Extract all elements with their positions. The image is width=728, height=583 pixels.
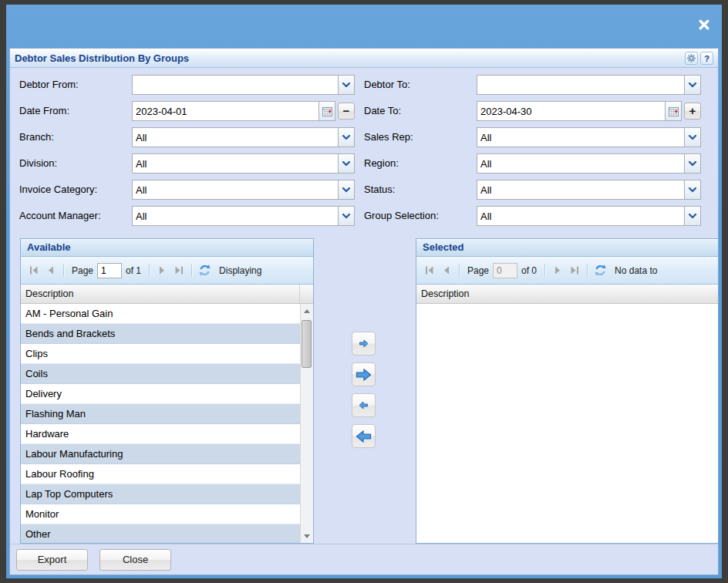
form-row-debtor: Debtor From: Debtor To: — [12, 75, 718, 95]
list-item[interactable]: Lap Top Computers — [21, 484, 300, 504]
scroll-down-icon — [304, 534, 310, 538]
available-scrollbar[interactable] — [300, 304, 313, 543]
date-to-label: Date To: — [355, 101, 477, 121]
scroll-up-icon — [304, 309, 310, 313]
selected-status-text: No data to — [615, 265, 657, 276]
region-input[interactable] — [477, 154, 684, 173]
close-icon — [698, 19, 710, 31]
scroll-down-button[interactable] — [301, 530, 313, 542]
remove-selected-button[interactable] — [352, 393, 376, 417]
page-of-label: of 0 — [521, 265, 537, 276]
settings-button[interactable] — [685, 52, 698, 65]
list-item[interactable]: Flashing Man — [21, 404, 300, 424]
status-dropdown-trigger[interactable] — [684, 180, 700, 199]
list-item[interactable]: Clips — [21, 344, 300, 364]
date-from-field — [132, 101, 335, 121]
selected-grid-header: Description — [416, 285, 719, 304]
next-page-button[interactable] — [153, 262, 170, 279]
list-item[interactable]: AM - Personal Gain — [21, 304, 300, 324]
description-column-header[interactable]: Description — [416, 285, 719, 303]
refresh-button[interactable] — [592, 262, 608, 279]
last-page-button[interactable] — [170, 262, 187, 279]
remove-all-button[interactable] — [352, 424, 376, 448]
scroll-up-button[interactable] — [301, 305, 313, 317]
date-from-decrement-button[interactable]: − — [338, 103, 355, 120]
export-button[interactable]: Export — [16, 549, 88, 571]
scrollbar-thumb[interactable] — [302, 320, 312, 368]
arrow-left-small-icon — [359, 401, 369, 409]
date-to-input[interactable] — [477, 102, 665, 120]
date-from-calendar-trigger[interactable] — [318, 102, 335, 120]
form-row-division-region: Division: Region: — [12, 153, 718, 174]
chevron-down-icon — [342, 214, 350, 219]
debtor-to-label: Debtor To: — [355, 75, 477, 95]
invoice-category-input[interactable] — [133, 180, 338, 199]
region-dropdown-trigger[interactable] — [684, 154, 700, 173]
page-label: Page — [72, 265, 93, 276]
list-item[interactable]: Coils — [21, 364, 300, 384]
group-selection-input[interactable] — [477, 207, 684, 225]
screen: Debtor Sales Distribution By Groups ? — [0, 0, 728, 583]
division-dropdown-trigger[interactable] — [338, 154, 354, 173]
list-item[interactable]: Hardware — [21, 424, 300, 444]
region-combobox — [477, 153, 701, 174]
close-button[interactable]: Close — [99, 549, 171, 571]
header-tools: ? — [685, 52, 713, 65]
list-item[interactable]: Labour Roofing — [21, 464, 300, 484]
debtor-from-combobox — [132, 75, 355, 95]
dialog-footer: Export Close — [10, 544, 718, 575]
sales-rep-dropdown-trigger[interactable] — [684, 128, 700, 147]
account-manager-dropdown-trigger[interactable] — [338, 207, 354, 225]
debtor-to-dropdown-trigger[interactable] — [684, 76, 700, 94]
calendar-icon — [669, 106, 679, 116]
chevron-down-icon — [342, 161, 350, 167]
chevron-down-icon — [689, 187, 696, 193]
refresh-button[interactable] — [196, 262, 213, 279]
sales-rep-input[interactable] — [477, 128, 684, 147]
list-item[interactable]: Monitor — [21, 504, 300, 524]
group-selection-dropdown-trigger[interactable] — [684, 207, 700, 225]
list-item[interactable]: Other — [21, 524, 300, 543]
prev-page-button[interactable] — [42, 262, 59, 279]
date-to-increment-button[interactable]: + — [684, 103, 701, 120]
refresh-icon — [594, 264, 607, 277]
list-item[interactable]: Labour Manufacturing — [21, 444, 300, 464]
available-page-input[interactable] — [97, 263, 122, 278]
division-input[interactable] — [133, 154, 338, 173]
last-page-icon — [569, 265, 580, 275]
first-page-icon — [424, 265, 435, 275]
first-page-button[interactable] — [421, 262, 438, 279]
list-item[interactable]: Delivery — [21, 384, 300, 404]
list-item[interactable]: Bends and Brackets — [21, 324, 300, 344]
status-input[interactable] — [477, 180, 684, 199]
add-all-button[interactable] — [352, 362, 376, 386]
form-row-branch-salesrep: Branch: Sales Rep: — [12, 127, 718, 147]
status-combobox — [477, 180, 701, 200]
debtor-from-dropdown-trigger[interactable] — [338, 76, 354, 94]
debtor-from-label: Debtor From: — [12, 75, 132, 95]
add-selected-button[interactable] — [352, 332, 376, 356]
selected-page-input[interactable] — [493, 263, 517, 278]
last-page-button[interactable] — [566, 262, 583, 279]
account-manager-input[interactable] — [133, 207, 338, 225]
toolbar-separator — [544, 264, 545, 277]
date-to-calendar-trigger[interactable] — [665, 102, 681, 120]
sales-rep-combobox — [477, 127, 701, 147]
debtor-from-input[interactable] — [133, 76, 338, 94]
prev-page-button[interactable] — [438, 262, 455, 279]
gear-icon — [686, 53, 696, 63]
description-column-header[interactable]: Description — [21, 285, 300, 303]
invoice-category-label: Invoice Category: — [12, 180, 132, 200]
branch-dropdown-trigger[interactable] — [338, 128, 354, 147]
chevron-down-icon — [342, 135, 350, 140]
branch-input[interactable] — [133, 128, 338, 147]
toolbar-separator — [587, 264, 588, 277]
dialog-header: Debtor Sales Distribution By Groups ? — [10, 49, 718, 68]
first-page-button[interactable] — [25, 262, 42, 279]
next-page-button[interactable] — [549, 262, 566, 279]
help-button[interactable]: ? — [700, 52, 713, 65]
date-from-input[interactable] — [133, 102, 318, 120]
window-close-button[interactable] — [696, 16, 713, 33]
debtor-to-input[interactable] — [477, 76, 684, 94]
invoice-category-dropdown-trigger[interactable] — [338, 180, 354, 199]
